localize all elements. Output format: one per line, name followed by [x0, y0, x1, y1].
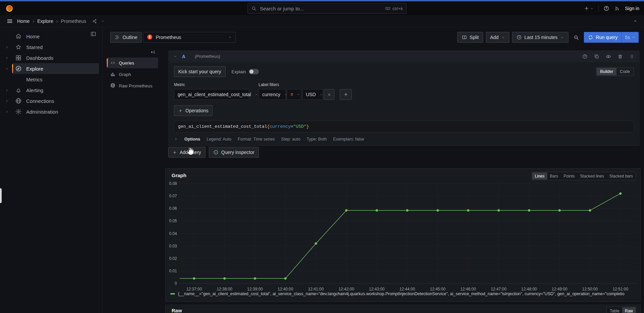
options-step: Step: auto: [281, 137, 300, 142]
time-series-chart[interactable]: 12:37:0012:38:0012:39:0012:40:0012:41:00…: [167, 181, 640, 293]
drawer-handle[interactable]: [0, 188, 2, 203]
svg-text:0.06: 0.06: [169, 206, 177, 211]
grafana-logo[interactable]: [5, 4, 13, 12]
split-button[interactable]: Split: [457, 32, 483, 43]
chevron-right-icon[interactable]: [5, 56, 12, 60]
mode-stacked-lines[interactable]: Stacked lines: [578, 172, 607, 180]
query-inspector-button[interactable]: Query inspector: [209, 147, 259, 158]
search-shortcut: ctrl+k: [385, 6, 403, 11]
mode-lines[interactable]: Lines: [532, 172, 547, 180]
svg-text:0.01: 0.01: [169, 269, 177, 273]
svg-text:12:42:00: 12:42:00: [338, 287, 354, 291]
filter-op-select[interactable]: =: [287, 89, 302, 100]
tab-raw[interactable]: Raw: [622, 307, 636, 313]
share-icon[interactable]: [92, 18, 97, 24]
search-input[interactable]: [259, 5, 382, 12]
sign-in-link[interactable]: Sign in: [625, 6, 639, 11]
svg-text:0.03: 0.03: [169, 244, 177, 248]
query-ref-id[interactable]: A: [182, 54, 185, 59]
home-icon: [15, 33, 22, 40]
datasource-picker[interactable]: Prometheus: [143, 32, 236, 43]
promql-expression[interactable]: gen_ai_client_estimated_cost_total{curre…: [174, 121, 634, 132]
raw-display-toggle: Table Raw: [606, 307, 636, 313]
breadcrumb-item-home[interactable]: Home: [17, 18, 30, 24]
sidebar-item-explore[interactable]: Explore: [0, 63, 102, 74]
remove-filter-button[interactable]: [324, 89, 334, 100]
metric-block: Metric gen_ai_client_estimated_cost_tota…: [174, 82, 249, 100]
add-filter-button[interactable]: [340, 89, 352, 100]
sidebar-item-home[interactable]: Home: [0, 31, 102, 42]
editor-mode-toggle: Builder Code: [596, 67, 634, 76]
outline-item-raw-prometheus[interactable]: Raw Prometheus: [107, 80, 158, 91]
globe-icon: [15, 97, 22, 104]
zoom-out-icon[interactable]: [571, 32, 581, 43]
bar-chart-icon: [110, 72, 116, 77]
copy-icon[interactable]: [594, 54, 599, 59]
chevron-right-icon[interactable]: [5, 110, 12, 114]
sidebar-item-dashboards[interactable]: Dashboards: [0, 52, 102, 63]
outline-item-graph[interactable]: Graph: [107, 69, 158, 80]
query-datasource-hint: (Prometheus): [195, 54, 220, 59]
menu-icon[interactable]: [5, 16, 14, 27]
svg-text:12:43:00: 12:43:00: [369, 287, 385, 291]
svg-text:12:47:00: 12:47:00: [491, 287, 507, 291]
mode-stacked-bars[interactable]: Stacked bars: [607, 172, 636, 180]
eye-icon[interactable]: [606, 54, 611, 59]
tab-builder[interactable]: Builder: [597, 68, 616, 75]
gear-icon: [15, 108, 22, 115]
chevron-down-icon[interactable]: [5, 67, 12, 71]
metric-select[interactable]: gen_ai_client_estimated_cost_total: [174, 89, 249, 100]
help-icon[interactable]: [582, 54, 588, 59]
outline-button[interactable]: Outline: [110, 32, 142, 43]
plus-icon: [343, 92, 348, 97]
kick-start-button[interactable]: Kick start your query: [174, 66, 226, 77]
chevron-right-icon[interactable]: [5, 45, 12, 49]
query-row-header[interactable]: A (Prometheus): [169, 51, 639, 62]
sidebar-item-administration[interactable]: Administration: [0, 106, 102, 117]
grafana-explore-page: ctrl+k Sign in Home › Explore › Promethe: [0, 0, 644, 313]
filter-label-select[interactable]: currency: [259, 89, 286, 100]
tab-table[interactable]: Table: [607, 307, 622, 313]
global-search[interactable]: ctrl+k: [247, 3, 407, 14]
breadcrumb-item-explore[interactable]: Explore: [37, 18, 53, 24]
trash-icon[interactable]: [617, 54, 623, 59]
sidebar-nav: Home Starred Dashboards: [0, 27, 103, 313]
svg-text:0.05: 0.05: [169, 219, 177, 223]
tab-code[interactable]: Code: [616, 68, 633, 75]
chevron-down-icon: [173, 54, 177, 58]
news-rss-icon[interactable]: [614, 5, 620, 11]
chevron-right-icon[interactable]: [5, 99, 12, 103]
breadcrumb-separator: ›: [33, 18, 34, 24]
query-editor-panel: A (Prometheus) Kick start your query Exp…: [168, 50, 640, 146]
chevron-up-icon[interactable]: [633, 18, 638, 24]
operations-button[interactable]: Operations: [174, 105, 213, 116]
time-range-picker[interactable]: Last 15 minutes: [512, 32, 568, 43]
add-query-button[interactable]: Add query: [168, 147, 205, 158]
sidebar-item-connections[interactable]: Connections: [0, 95, 102, 106]
chevron-right-icon[interactable]: [5, 88, 12, 92]
sidebar-item-starred[interactable]: Starred: [0, 42, 102, 52]
breadcrumb-item-current: Prometheus: [61, 18, 86, 24]
new-button[interactable]: [584, 6, 594, 11]
run-query-button[interactable]: Run query 5s: [584, 32, 639, 43]
raw-panel: Raw Table Raw: [165, 305, 641, 313]
legend-item[interactable]: {__name__="gen_ai_client_estimated_cost_…: [170, 291, 637, 296]
mode-bars[interactable]: Bars: [547, 172, 561, 180]
sidebar-item-metrics[interactable]: Metrics: [0, 74, 102, 85]
help-icon[interactable]: [603, 5, 609, 11]
sidebar-item-alerting[interactable]: Alerting: [0, 85, 102, 95]
add-button[interactable]: Add: [486, 32, 509, 43]
drag-handle-icon[interactable]: [629, 54, 635, 59]
options-summary-row[interactable]: Options Legend: Auto Format: Time series…: [174, 137, 634, 142]
explain-toggle[interactable]: [249, 69, 259, 74]
interval-picker[interactable]: 5s: [622, 32, 639, 43]
breadcrumb-separator: ›: [56, 18, 58, 24]
outline-item-queries[interactable]: Queries: [107, 57, 158, 68]
arrow-to-left-icon[interactable]: [107, 49, 158, 57]
mode-points[interactable]: Points: [561, 172, 577, 180]
svg-text:12:38:00: 12:38:00: [217, 287, 232, 291]
options-legend: Legend: Auto: [206, 137, 231, 142]
chevron-down-icon[interactable]: [101, 19, 105, 23]
topnav-right-actions: Sign in: [584, 4, 639, 13]
filter-value-select[interactable]: USD: [302, 89, 323, 100]
